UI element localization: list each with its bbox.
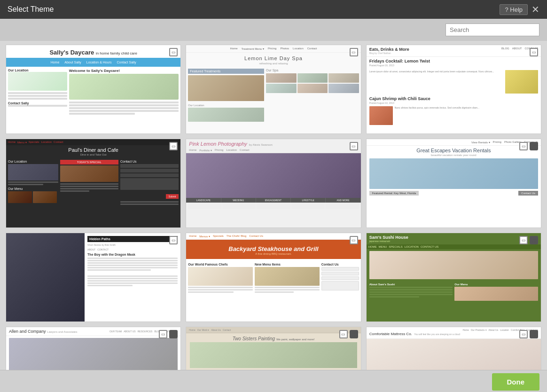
tablet-icon: ▭ — [350, 142, 358, 150]
card-content: Sam's Sushi House japanese restaurant HO… — [367, 233, 541, 321]
theme-grid: ▭ Sally's Daycare in home family child c… — [0, 41, 547, 370]
card-content: Eats, Drinks & More Blog by Chef Nathan … — [367, 45, 541, 133]
card-icons: ▭ — [169, 142, 178, 150]
tablet-icon: ▭ — [169, 236, 178, 244]
card-content: View Rentals ▾ Pricing Photo Gallery Con… — [367, 139, 541, 227]
tablet-icon: ▭ — [159, 330, 167, 338]
card-content: Home Menu ▾ Specials Location Contact Pa… — [6, 139, 180, 227]
phone-icon: ▨ — [169, 330, 178, 338]
theme-card-comfortable-mattress[interactable]: ▭ ▨ Comfortable Mattress Co. You will fe… — [366, 327, 541, 370]
theme-card-two-sisters[interactable]: ▭ ▨ Home Our Work ▾ About Us Contact Two… — [186, 327, 361, 370]
dialog-footer: Done — [0, 370, 547, 392]
card-content: Home Our Work ▾ About Us Contact Two Sis… — [186, 327, 360, 370]
phone-icon: ▨ — [530, 330, 538, 338]
theme-card-backyard-steak[interactable]: ▭ Home Menus ▾ Specials The Chefs' Blog … — [186, 233, 361, 322]
tablet-icon: ▭ — [169, 142, 178, 150]
tablet-icon: ▭ — [350, 236, 358, 244]
card-icons: ▭ — [350, 236, 358, 244]
theme-card-pauls-diner[interactable]: ▭ Home Menu ▾ Specials Location Contact … — [6, 139, 181, 228]
card-content: Sally's Daycare in home family child car… — [6, 45, 180, 133]
card-icons: ▭ — [169, 236, 178, 244]
card-content: Home Menus ▾ Specials The Chefs' Blog Co… — [186, 233, 360, 321]
card-content: Comfortable Mattress Co. You will feel l… — [367, 327, 541, 370]
theme-card-sallys-daycare[interactable]: ▭ Sally's Daycare in home family child c… — [6, 45, 181, 134]
card-icons: ▭ — [350, 48, 358, 56]
theme-card-pink-lemon[interactable]: ▭ Pink Lemon Photography by Alexis Swans… — [186, 139, 361, 228]
card-content: Allen and Company Lawyers and Associates… — [6, 327, 180, 370]
theme-card-eats-drinks[interactable]: ▭ Eats, Drinks & More Blog by Chef Natha… — [366, 45, 541, 134]
phone-icon: ▨ — [530, 142, 538, 150]
tablet-icon: ▭ — [339, 330, 348, 338]
close-button[interactable]: ✕ — [531, 5, 539, 14]
tablet-icon: ▭ — [169, 48, 178, 56]
tablet-icon: ▭ — [530, 48, 538, 56]
theme-card-hidden-paths[interactable]: ▭ Hidden Paths Short Stories by Bob Smit… — [6, 233, 181, 322]
tablet-icon: ▭ — [519, 142, 528, 150]
header-actions: ? Help ✕ — [500, 4, 539, 15]
card-icons: ▭ ▨ — [159, 330, 178, 338]
card-content: Hidden Paths Short Stories by Bob Smith … — [6, 233, 180, 321]
search-bar — [0, 19, 547, 41]
dialog-title: Select Theme — [8, 5, 54, 14]
card-icons: ▭ ▨ — [519, 330, 538, 338]
card-icons: ▭ ▨ — [519, 236, 538, 244]
theme-card-great-escapes[interactable]: ▭ ▨ View Rentals ▾ Pricing Photo Gallery… — [366, 139, 541, 228]
done-button[interactable]: Done — [492, 373, 540, 391]
theme-card-lemon-lime[interactable]: ▭ Home Treatment Menu ▾ Pricing Photos L… — [186, 45, 361, 134]
tablet-icon: ▭ — [350, 48, 358, 56]
card-content: Pink Lemon Photography by Alexis Swanson… — [186, 139, 360, 227]
card-icons: ▭ — [169, 48, 178, 56]
card-icons: ▭ ▨ — [519, 142, 538, 150]
card-icons: ▭ — [350, 142, 358, 150]
theme-card-sams-sushi[interactable]: ▭ ▨ Sam's Sushi House japanese restauran… — [366, 233, 541, 322]
theme-card-allen-co[interactable]: ▭ ▨ Allen and Company Lawyers and Associ… — [6, 327, 181, 370]
tablet-icon: ▭ — [519, 330, 528, 338]
phone-icon: ▨ — [530, 236, 538, 244]
help-button[interactable]: ? Help — [500, 4, 528, 15]
phone-icon: ▨ — [350, 330, 358, 338]
tablet-icon: ▭ — [519, 236, 528, 244]
dialog-header: Select Theme ? Help ✕ — [0, 0, 547, 19]
card-icons: ▭ — [530, 48, 538, 56]
card-content: Home Treatment Menu ▾ Pricing Photos Loc… — [186, 45, 360, 133]
search-input[interactable] — [445, 24, 539, 36]
card-icons: ▭ ▨ — [339, 330, 358, 338]
